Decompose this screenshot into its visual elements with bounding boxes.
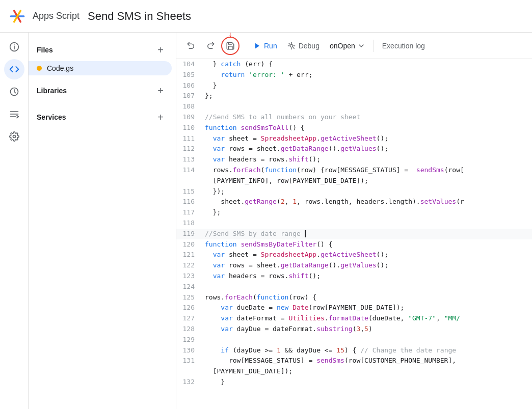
table-row: 132 }: [176, 377, 532, 388]
svg-point-6: [14, 44, 15, 45]
file-name: Code.gs: [47, 64, 73, 72]
table-row: 128 var dayDue = dateFormat.substring(3,…: [176, 324, 532, 335]
table-row: 125 rows.forEach(function(row) {: [176, 292, 532, 303]
files-label: Files: [37, 46, 53, 54]
toolbar-separator: [374, 40, 374, 52]
svg-line-16: [289, 43, 290, 44]
file-panel: Files + Code.gs Libraries + Services +: [29, 33, 176, 409]
services-header: Services +: [29, 106, 176, 128]
main-layout: Files + Code.gs Libraries + Services +: [0, 33, 532, 409]
header: Apps Script Send SMS in Sheets: [0, 0, 532, 33]
libraries-header: Libraries +: [29, 79, 176, 102]
files-header: Files +: [29, 39, 176, 61]
redo-btn[interactable]: [202, 38, 219, 54]
table-row: 111 var sheet = SpreadsheetApp.getActive…: [176, 133, 532, 144]
code-nav-btn[interactable]: [4, 59, 24, 79]
table-row: 124: [176, 282, 532, 292]
table-row: 105 return 'error: ' + err;: [176, 70, 532, 80]
libraries-label: Libraries: [37, 87, 67, 95]
svg-point-11: [13, 135, 15, 138]
function-name: onOpen: [330, 42, 355, 50]
libraries-section: Libraries +: [29, 77, 176, 104]
table-row: 117 };: [176, 207, 532, 218]
table-row: 106 }: [176, 80, 532, 91]
services-section: Services +: [29, 104, 176, 130]
debug-label: Debug: [299, 42, 320, 50]
table-row: 113 var headers = rows.shift();: [176, 154, 532, 165]
table-row: 115 });: [176, 186, 532, 197]
table-row: 126 var dueDate = new Date(row[PAYMENT_D…: [176, 303, 532, 313]
table-row: [PAYMENT_DUE_DATE]);: [176, 366, 532, 377]
table-row: 112 var rows = sheet.getDataRange().getV…: [176, 144, 532, 154]
table-row: 130 if (dayDue >= 1 && dayDue <= 15) { /…: [176, 345, 532, 356]
table-row: 109 //Send SMS to all numbers on your sh…: [176, 112, 532, 123]
exec-log-btn[interactable]: Execution log: [378, 38, 429, 54]
table-row: 104 } catch (err) {: [176, 59, 532, 70]
table-row: 120 function sendSmsByDateFilter() {: [176, 239, 532, 250]
editor-area: ↓ Run Debug onOpen Execution log: [176, 33, 532, 409]
app-title: Apps Script: [33, 11, 79, 21]
table-row: 129: [176, 335, 532, 345]
svg-marker-12: [255, 43, 259, 48]
run-label: Run: [264, 42, 277, 50]
table-row: 116 sheet.getRange(2, 1, rows.length, he…: [176, 197, 532, 207]
run-btn[interactable]: Run: [250, 38, 281, 54]
add-file-btn[interactable]: +: [153, 43, 168, 57]
add-library-btn[interactable]: +: [153, 84, 168, 98]
save-btn-container: ↓: [221, 37, 240, 55]
table-row: 122 var rows = sheet.getDataRange().getV…: [176, 260, 532, 271]
table-row: 123 var headers = rows.shift();: [176, 271, 532, 282]
table-row: 107 };: [176, 91, 532, 101]
info-nav-btn[interactable]: [4, 37, 24, 57]
icon-sidebar: [0, 33, 29, 409]
triggers-nav-btn[interactable]: [4, 81, 24, 102]
table-row: 119 //Send SMS by date range: [176, 229, 532, 239]
toolbar: ↓ Run Debug onOpen Execution log: [176, 33, 532, 59]
code-editor[interactable]: 104 } catch (err) { 105 return 'error: '…: [176, 59, 532, 409]
apps-script-logo: [8, 7, 26, 25]
table-row: 121 var sheet = SpreadsheetApp.getActive…: [176, 250, 532, 260]
table-row: [PAYMENT_INFO], row[PAYMENT_DUE_DATE]);: [176, 176, 532, 186]
executions-nav-btn[interactable]: [4, 104, 24, 124]
table-row: 131 row[MESSAGE_STATUS] = sendSms(row[CU…: [176, 356, 532, 366]
table-row: 118: [176, 218, 532, 229]
save-btn[interactable]: [221, 37, 240, 55]
file-dot-icon: [37, 66, 42, 71]
table-row: 108: [176, 101, 532, 112]
code-table: 104 } catch (err) { 105 return 'error: '…: [176, 59, 532, 388]
services-label: Services: [37, 113, 66, 121]
debug-btn[interactable]: Debug: [283, 38, 324, 54]
files-section: Files + Code.gs: [29, 37, 176, 77]
settings-nav-btn[interactable]: [4, 126, 24, 147]
file-item-code-gs[interactable]: Code.gs: [29, 61, 172, 75]
project-title: Send SMS in Sheets: [88, 10, 191, 23]
function-select[interactable]: onOpen: [326, 42, 369, 50]
undo-btn[interactable]: [182, 38, 200, 54]
table-row: 114 rows.forEach(function(row) {row[MESS…: [176, 165, 532, 176]
add-service-btn[interactable]: +: [153, 110, 168, 124]
exec-log-label: Execution log: [382, 42, 425, 50]
table-row: 110 function sendSmsToAll() {: [176, 123, 532, 133]
svg-point-13: [290, 44, 292, 47]
table-row: 127 var dateFormat = Utilities.formatDat…: [176, 313, 532, 324]
svg-line-17: [293, 47, 294, 48]
